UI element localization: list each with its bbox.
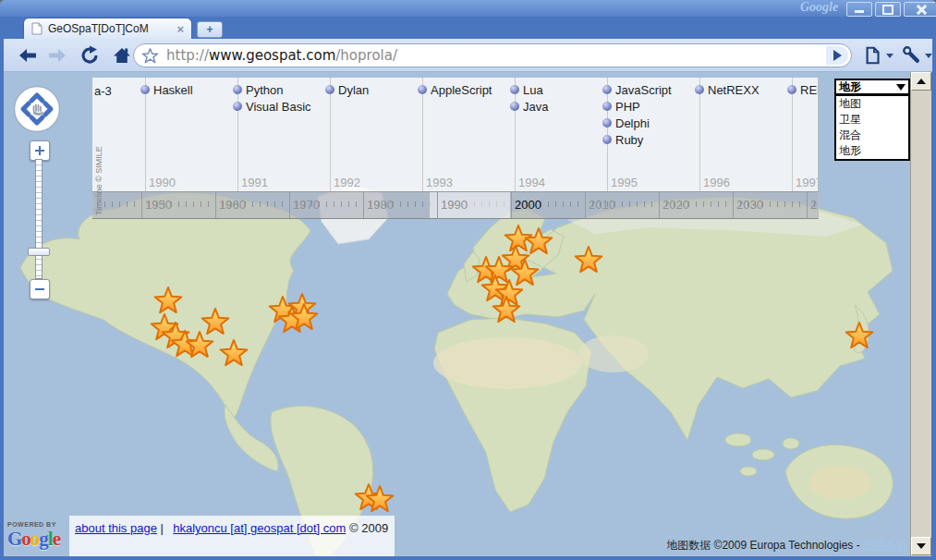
google-logo-letter: g bbox=[39, 528, 48, 550]
powered-by-label: POWERED BY bbox=[7, 521, 60, 528]
minus-icon bbox=[35, 288, 44, 290]
scroll-down-icon bbox=[917, 543, 926, 549]
maximize-icon bbox=[882, 5, 893, 15]
vertical-scrollbar[interactable] bbox=[910, 72, 931, 556]
bookmark-star-icon[interactable] bbox=[141, 47, 159, 65]
browser-toolbar: http://www.geospat.com/hoprola/ bbox=[4, 39, 932, 72]
minimize-icon bbox=[855, 10, 864, 13]
tab-close-button[interactable]: × bbox=[176, 22, 184, 36]
map-type-option[interactable]: 混合 bbox=[836, 128, 908, 143]
reload-button[interactable] bbox=[76, 43, 105, 68]
url-text: http://www.geospat.com/hoprola/ bbox=[166, 47, 397, 64]
url-host: www.geospat.com bbox=[209, 47, 335, 64]
back-button[interactable] bbox=[13, 43, 43, 68]
page-menu-icon bbox=[863, 45, 883, 66]
map-pan-control[interactable] bbox=[13, 85, 61, 133]
close-icon bbox=[917, 5, 927, 15]
markers-layer bbox=[4, 72, 931, 556]
map-type-selected: 地形 bbox=[839, 79, 896, 95]
zoom-in-button[interactable] bbox=[30, 140, 50, 161]
url-path: /hoprola/ bbox=[335, 47, 397, 64]
location-star-marker[interactable] bbox=[526, 228, 553, 253]
map-type-options: 地图卫星混合地形 bbox=[834, 95, 910, 161]
window-titlebar: Google bbox=[0, 0, 936, 17]
address-bar[interactable]: http://www.geospat.com/hoprola/ bbox=[133, 43, 852, 67]
copyright-text: © 2009 bbox=[349, 521, 388, 535]
map-type-dropdown[interactable]: 地形 bbox=[834, 79, 910, 95]
home-icon bbox=[111, 44, 133, 67]
go-button[interactable] bbox=[826, 46, 848, 65]
scroll-down-button[interactable] bbox=[911, 537, 931, 555]
location-star-marker[interactable] bbox=[155, 287, 182, 312]
google-logo-letter: G bbox=[7, 528, 21, 550]
location-star-marker[interactable] bbox=[846, 323, 873, 347]
location-star-marker[interactable] bbox=[576, 247, 602, 272]
google-logo-letter: o bbox=[21, 528, 30, 550]
tools-menu-caret-icon bbox=[925, 54, 932, 58]
zoom-slider-track[interactable] bbox=[35, 159, 43, 279]
page-favicon-icon bbox=[31, 22, 43, 35]
browser-tab[interactable]: GeOSpaT[DoT]CoM × bbox=[23, 18, 192, 39]
zoom-slider-handle[interactable] bbox=[28, 248, 50, 256]
wrench-icon bbox=[902, 45, 922, 66]
go-arrow-icon bbox=[833, 50, 842, 61]
forward-icon bbox=[46, 44, 68, 67]
map-viewport[interactable]: a-3 1990Haskell1991PythonVisual Basic199… bbox=[4, 72, 931, 556]
info-divider: | bbox=[161, 521, 164, 535]
dropdown-caret-icon bbox=[896, 84, 906, 91]
location-star-marker[interactable] bbox=[202, 309, 229, 334]
maximize-button[interactable] bbox=[875, 2, 901, 17]
google-logo[interactable]: Google bbox=[7, 528, 60, 551]
powered-by-google[interactable]: POWERED BY Google bbox=[7, 521, 60, 551]
scroll-up-icon bbox=[917, 79, 926, 84]
close-window-button[interactable] bbox=[904, 2, 936, 17]
map-type-option[interactable]: 地形 bbox=[836, 143, 908, 159]
map-type-option[interactable]: 卫星 bbox=[836, 112, 908, 128]
minimize-button[interactable] bbox=[846, 2, 872, 17]
google-logo-letter: o bbox=[30, 528, 40, 550]
contact-email-link[interactable]: hkalyoncu [at] geospat [dot] com bbox=[173, 521, 346, 535]
map-type-option[interactable]: 地图 bbox=[836, 96, 908, 112]
new-tab-button[interactable]: + bbox=[197, 21, 223, 38]
page-info-box: about this page | hkalyoncu [at] geospat… bbox=[69, 516, 395, 556]
location-star-marker[interactable] bbox=[221, 340, 248, 365]
tab-title: GeOSpaT[DoT]CoM bbox=[48, 22, 176, 35]
google-logo-letter: e bbox=[53, 528, 60, 550]
tools-menu-button[interactable] bbox=[898, 43, 935, 68]
page-menu-button[interactable] bbox=[859, 43, 896, 68]
about-page-link[interactable]: about this page bbox=[75, 521, 157, 535]
back-icon bbox=[17, 44, 39, 67]
url-scheme: http:// bbox=[166, 47, 209, 64]
forward-button[interactable] bbox=[43, 43, 72, 68]
scroll-up-button[interactable] bbox=[911, 72, 931, 91]
reload-icon bbox=[79, 44, 102, 67]
page-menu-caret-icon bbox=[886, 54, 893, 58]
zoom-out-button[interactable] bbox=[30, 279, 50, 299]
chrome-google-logo: Google bbox=[800, 0, 838, 15]
browser-window: Google GeOSpaT[DoT]CoM × + bbox=[0, 0, 936, 560]
